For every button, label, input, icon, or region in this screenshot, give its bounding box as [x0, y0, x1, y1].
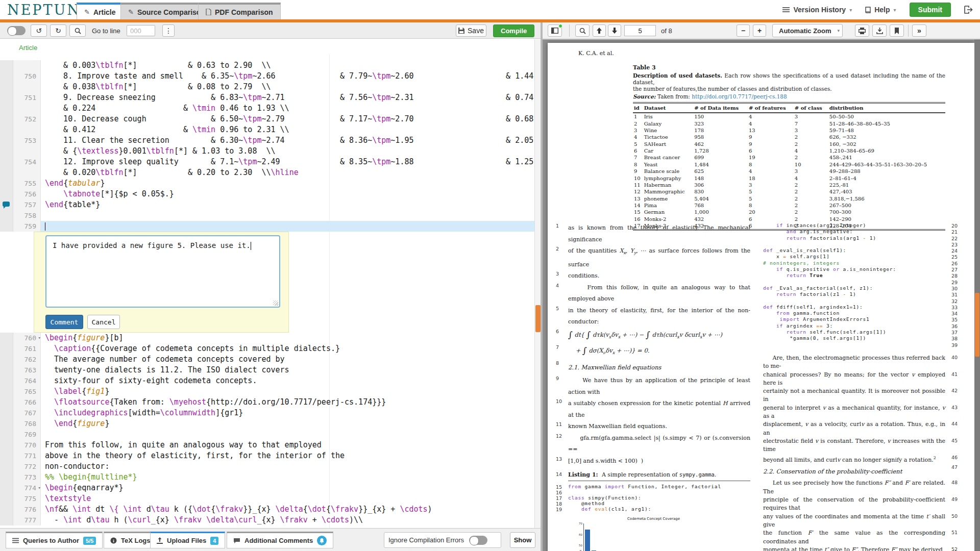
code-line[interactable]: From this follow, in quite an analogous …	[41, 440, 534, 450]
code-line[interactable]: \begin{figure}[b]	[41, 333, 534, 343]
code-line[interactable]: & 0.020\tblfn[*] & 0.20 to 2.30 \\\hline	[41, 167, 534, 178]
comment-gutter[interactable]	[0, 157, 13, 167]
zoom-in-button[interactable]: +	[753, 24, 766, 37]
help-menu[interactable]: Help ▾	[865, 6, 896, 14]
comment-gutter[interactable]	[0, 135, 13, 146]
code-line[interactable]: \end{table*}	[41, 199, 534, 210]
comment-gutter[interactable]	[0, 450, 13, 461]
editor-scrollbar-thumb[interactable]	[535, 305, 541, 332]
comment-gutter[interactable]	[0, 375, 13, 386]
comment-gutter[interactable]	[0, 472, 13, 483]
comment-gutter[interactable]	[0, 483, 13, 493]
comment-gutter[interactable]	[0, 397, 13, 408]
comment-gutter[interactable]	[0, 146, 13, 157]
code-line[interactable]: \tabnote[*]{$p < 0.05$.}	[41, 189, 534, 199]
comment-cancel-button[interactable]: Cancel	[87, 315, 120, 329]
comment-gutter[interactable]	[0, 365, 13, 375]
code-line[interactable]: twenty-one dialects is 11.2. The ISO dia…	[41, 365, 534, 375]
code-line[interactable]: & 0.224 & \tmin 0.46 to 1.93 \\	[41, 103, 534, 114]
code-line[interactable]: The average number of codemeta concepts …	[41, 354, 534, 365]
comment-gutter[interactable]	[0, 343, 13, 354]
code-line[interactable]: & 0.038\tblfn[*] & 0.08 to 2.79 \\	[41, 82, 534, 92]
comment-gutter[interactable]	[0, 493, 13, 504]
code-line[interactable]: & {\textless}0.001\tblfn[*] & 1.03 to 3.…	[41, 146, 534, 157]
comment-gutter[interactable]	[0, 167, 13, 178]
code-line[interactable]: \caption{{Coverage of codemeta concepts …	[41, 343, 534, 354]
code-line[interactable]: \includegraphics[width=\columnwidth]{gr1…	[41, 408, 534, 418]
comment-gutter[interactable]	[0, 189, 13, 199]
code-line[interactable]: 12. Improve sleep quality & 7.1~\tpm~2.4…	[41, 157, 534, 167]
compile-button[interactable]: Compile	[493, 24, 534, 37]
resize-handle-icon[interactable]	[273, 300, 278, 306]
tex-logs-tab[interactable]: i TeX Logs	[104, 532, 157, 548]
code-line[interactable]: \floatsource{Taken from: \myehost{http:/…	[41, 397, 534, 408]
additional-comments-tab[interactable]: Additional Comments	[227, 532, 333, 548]
comment-gutter[interactable]	[0, 92, 13, 103]
previous-page-button[interactable]	[593, 24, 606, 37]
search-button[interactable]	[69, 24, 86, 37]
pdf-sidebar-toggle-button[interactable]	[548, 24, 562, 37]
save-button[interactable]: Save	[456, 24, 486, 37]
tab-pdf-comparison[interactable]: PDF Comparison	[198, 3, 281, 19]
undo-button[interactable]: ↺	[31, 24, 47, 37]
pdf-scrollbar[interactable]	[974, 39, 980, 551]
comment-gutter[interactable]	[0, 103, 13, 114]
version-history-menu[interactable]: Version History ▾	[782, 6, 852, 14]
toolbar-more-button[interactable]: »	[912, 24, 926, 37]
comment-gutter[interactable]	[0, 408, 13, 418]
comment-gutter[interactable]	[0, 386, 13, 397]
comment-bubble-icon[interactable]	[3, 202, 10, 207]
queries-to-author-tab[interactable]: Queries to Author 5/5	[6, 532, 103, 548]
comment-gutter[interactable]	[0, 504, 13, 515]
table3-source-link[interactable]: http://doi.org/10.7717/peerj-cs.188	[692, 93, 787, 99]
comment-gutter[interactable]	[0, 221, 13, 232]
comment-gutter[interactable]	[0, 440, 13, 450]
comment-gutter[interactable]	[0, 210, 13, 221]
sign-out-icon[interactable]	[964, 6, 973, 14]
code-line[interactable]: above in the theory of elasticity, first…	[41, 450, 534, 461]
code-line[interactable]: & 0.003\tblfn[*] & 0.63 to 2.90 \\	[41, 60, 534, 71]
show-button[interactable]: Show	[510, 532, 535, 548]
code-line[interactable]: 11. Clear the secretion & 6.30~\tpm~2.74…	[41, 135, 534, 146]
code-line[interactable]: \end{figure}	[41, 418, 534, 429]
code-line[interactable]: & 0.412 & \tmin 0.96 to 2.31 \\	[41, 124, 534, 135]
comment-submit-button[interactable]: Comment	[45, 315, 83, 329]
comment-gutter[interactable]	[0, 60, 13, 71]
redo-button[interactable]: ↻	[50, 24, 66, 37]
comment-gutter[interactable]	[0, 71, 13, 82]
comment-gutter[interactable]	[0, 429, 13, 440]
comment-gutter[interactable]	[0, 354, 13, 365]
code-line[interactable]: - \int d\tau h (\curl_{x} \frakv \delta\…	[41, 515, 534, 525]
next-page-button[interactable]	[608, 24, 621, 37]
code-line[interactable]: \begin{eqnarray*}	[41, 483, 534, 493]
comment-gutter[interactable]	[0, 178, 13, 189]
code-line[interactable]	[41, 429, 534, 440]
code-line[interactable]: sixty-four of sixty-eight codemeta conce…	[41, 375, 534, 386]
tab-article[interactable]: ✎ Article	[77, 3, 123, 19]
pdf-scrollbar-thumb[interactable]	[975, 293, 979, 357]
editor-menu-button[interactable]: ⋮	[162, 24, 175, 37]
code-line[interactable]: %% \begin{multline*}	[41, 472, 534, 483]
code-line[interactable]: 10. Decrease cough & 6.50~\tpm~2.79 & 7.…	[41, 114, 534, 124]
comment-textarea[interactable]: I have provided a new figure 5. Please u…	[45, 235, 280, 308]
comment-gutter[interactable]	[0, 461, 13, 472]
download-button[interactable]	[872, 24, 887, 37]
comment-gutter[interactable]	[0, 515, 13, 525]
editor-toggle[interactable]	[7, 26, 26, 35]
comment-gutter[interactable]	[0, 124, 13, 135]
code-line[interactable]: \textstyle	[41, 493, 534, 504]
bookmark-button[interactable]	[890, 24, 904, 37]
code-line[interactable]: 8. Improve taste and smell & 6.35~\tpm~2…	[41, 71, 534, 82]
comment-gutter[interactable]	[0, 333, 13, 343]
page-number-input[interactable]	[624, 25, 656, 36]
code-line[interactable]: \end{tabular}	[41, 178, 534, 189]
code-line[interactable]: 9. Decrease sneezing & 6.83~\tpm~2.71 & …	[41, 92, 534, 103]
upload-files-tab[interactable]: Upload Files 4	[150, 532, 225, 548]
code-line[interactable]: \label{fig1}	[41, 386, 534, 397]
pdf-search-button[interactable]	[575, 24, 590, 37]
print-button[interactable]	[855, 24, 869, 37]
goto-line-input[interactable]	[127, 25, 155, 36]
ignore-compilation-toggle[interactable]	[469, 536, 487, 545]
comment-gutter[interactable]	[0, 199, 13, 210]
code-line[interactable]: \nf&& \int dt \{ \int d\tau k ({\dot{\fr…	[41, 504, 534, 515]
